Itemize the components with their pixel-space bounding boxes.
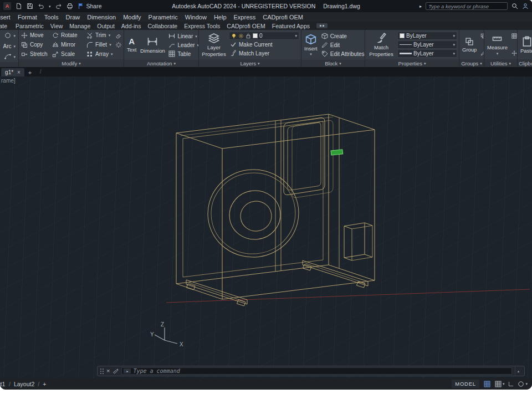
leader-button[interactable]: Leader▾ <box>167 40 199 49</box>
text-button[interactable]: AText <box>126 31 137 59</box>
ungroup-button[interactable] <box>479 32 484 40</box>
add-layout-button[interactable]: + <box>43 381 46 387</box>
command-line-bar[interactable]: × ▸ ▴ <box>97 366 525 376</box>
stretch-button[interactable]: Stretch <box>20 50 51 59</box>
panel-title-block[interactable]: Block▾ <box>301 60 365 67</box>
new-drawing-tab-button[interactable]: + <box>25 68 34 76</box>
grid-display-button[interactable] <box>484 381 490 387</box>
command-history-scroll[interactable]: ▴ <box>515 366 521 376</box>
command-input[interactable] <box>133 368 510 374</box>
table-button[interactable]: Table <box>167 49 199 58</box>
lineweight-dropdown[interactable]: ByLayer▾ <box>397 49 457 58</box>
circle-button[interactable]: ▾ <box>3 31 17 40</box>
panel-title-annotation[interactable]: Annotation▾ <box>124 60 198 67</box>
tab-cadprofi-oem[interactable]: CADprofi OEM <box>227 23 265 29</box>
linetype-dropdown[interactable]: ByLayer▾ <box>397 40 457 49</box>
quick-calc-button[interactable] <box>510 32 518 40</box>
menu-insert[interactable]: Insert <box>0 14 11 21</box>
command-bar-grip[interactable] <box>100 369 104 374</box>
linear-button[interactable]: Linear▾ <box>167 32 199 40</box>
arc-button[interactable]: Arc▾ <box>2 42 17 50</box>
fillet-button[interactable]: Fillet▾ <box>85 40 114 49</box>
redo-icon[interactable] <box>55 3 62 9</box>
panel-title-layers[interactable]: Layers▾ <box>199 59 301 67</box>
layer-properties-button[interactable]: LayerProperties <box>201 31 227 58</box>
panel-title-properties[interactable]: Properties▾ <box>365 59 459 67</box>
search-icon[interactable] <box>511 3 518 9</box>
search-expand-icon[interactable]: ▸ <box>420 4 422 9</box>
close-tab-icon[interactable]: × <box>17 69 21 75</box>
menu-tools[interactable]: Tools <box>44 14 59 21</box>
viewport-controls-label[interactable]: rame] <box>1 78 16 84</box>
undo-icon[interactable] <box>38 3 44 9</box>
save-icon[interactable] <box>27 3 33 9</box>
panel-title-modify[interactable]: Modify▾ <box>19 59 124 67</box>
help-search-input[interactable] <box>428 3 505 9</box>
tab-express-tools[interactable]: Express Tools <box>184 23 220 29</box>
new-file-icon[interactable] <box>16 3 22 9</box>
edit-attributes-button[interactable]: Edit Attributes▾ <box>320 49 365 58</box>
menu-modify[interactable]: Modify <box>123 14 141 21</box>
menu-window[interactable]: Window <box>185 14 207 21</box>
trim-button[interactable]: Trim▾ <box>85 31 114 40</box>
group-edit-button[interactable] <box>479 49 484 58</box>
edit-block-button[interactable]: Edit <box>320 40 365 49</box>
layout1-tab[interactable]: Layout1 <box>0 381 6 387</box>
menu-parametric[interactable]: Parametric <box>149 14 178 21</box>
snap-mode-button[interactable]: ▾ <box>495 381 505 387</box>
dynamic-input-icon[interactable] <box>509 382 513 386</box>
menu-dimension[interactable]: Dimension <box>87 14 116 21</box>
panel-title-clipboard[interactable]: Clipboard <box>518 59 532 67</box>
app-logo-icon[interactable]: A <box>3 2 11 10</box>
id-point-button[interactable] <box>510 49 518 58</box>
match-layer-button[interactable]: Match Layer <box>229 49 299 58</box>
rotate-button[interactable]: Rotate <box>51 31 85 40</box>
make-current-button[interactable]: Make Current <box>229 40 299 49</box>
match-properties-button[interactable]: MatchProperties <box>367 31 396 58</box>
isodraft-button[interactable]: ▾ <box>518 381 528 387</box>
move-button[interactable]: Move <box>20 31 51 40</box>
tab-annotate[interactable]: Annotate <box>0 23 9 29</box>
menu-express[interactable]: Express <box>234 14 256 21</box>
menu-draw[interactable]: Draw <box>66 14 80 21</box>
menu-help[interactable]: Help <box>214 14 227 21</box>
tab-view[interactable]: View <box>50 23 63 29</box>
layer-dropdown[interactable]: 0 ▾ <box>229 32 299 40</box>
menu-format[interactable]: Format <box>18 14 37 21</box>
selected-object-highlight[interactable] <box>331 150 343 155</box>
tab-addins[interactable]: Add-ins <box>121 23 141 29</box>
mirror-button[interactable]: Mirror <box>51 40 85 49</box>
menu-cadprofi[interactable]: CADprofi OEM <box>263 14 303 21</box>
tab-output[interactable]: Output <box>97 23 115 29</box>
drawing-tab[interactable]: Drawing1* × <box>1 68 24 76</box>
arc-flyout-button[interactable]: ▾ <box>3 52 17 61</box>
undo-caret-icon[interactable]: ▾ <box>49 4 51 8</box>
ribbon-options-button[interactable] <box>316 23 328 28</box>
explode-button[interactable] <box>114 40 122 49</box>
model-viewport[interactable]: rame] <box>0 76 532 378</box>
panel-title-groups[interactable]: Groups▾ <box>459 59 484 67</box>
dimension-button[interactable]: Dimension <box>139 31 166 59</box>
object-color-dropdown[interactable]: ByLayer▾ <box>397 32 457 40</box>
layout2-tab[interactable]: Layout2 <box>14 381 34 387</box>
group-button[interactable]: Group <box>461 31 478 58</box>
measure-button[interactable]: Measure▾ <box>486 31 509 58</box>
tab-collaborate[interactable]: Collaborate <box>147 23 177 29</box>
command-bar-close-icon[interactable]: × <box>106 368 110 374</box>
tab-featured-apps[interactable]: Featured Apps <box>272 23 310 29</box>
tab-parametric[interactable]: Parametric <box>16 23 44 29</box>
create-block-button[interactable]: Create <box>320 32 365 40</box>
panel-title-utilities[interactable]: Utilities▾ <box>484 59 517 67</box>
insert-block-button[interactable]: Insert▾ <box>303 31 319 59</box>
scale-button[interactable]: Scale <box>51 50 85 59</box>
model-space-button[interactable]: MODEL <box>452 380 479 388</box>
array-button[interactable]: Array▾ <box>85 50 114 59</box>
paste-button[interactable]: Paste <box>519 31 532 58</box>
user-account-icon[interactable] <box>522 3 529 9</box>
copy-button[interactable]: Copy <box>20 40 51 49</box>
tab-manage[interactable]: Manage <box>69 23 90 29</box>
erase-button[interactable] <box>114 31 122 40</box>
plot-icon[interactable] <box>66 3 73 9</box>
customize-wrench-icon[interactable] <box>112 368 119 374</box>
share-button[interactable]: Share <box>78 3 102 9</box>
